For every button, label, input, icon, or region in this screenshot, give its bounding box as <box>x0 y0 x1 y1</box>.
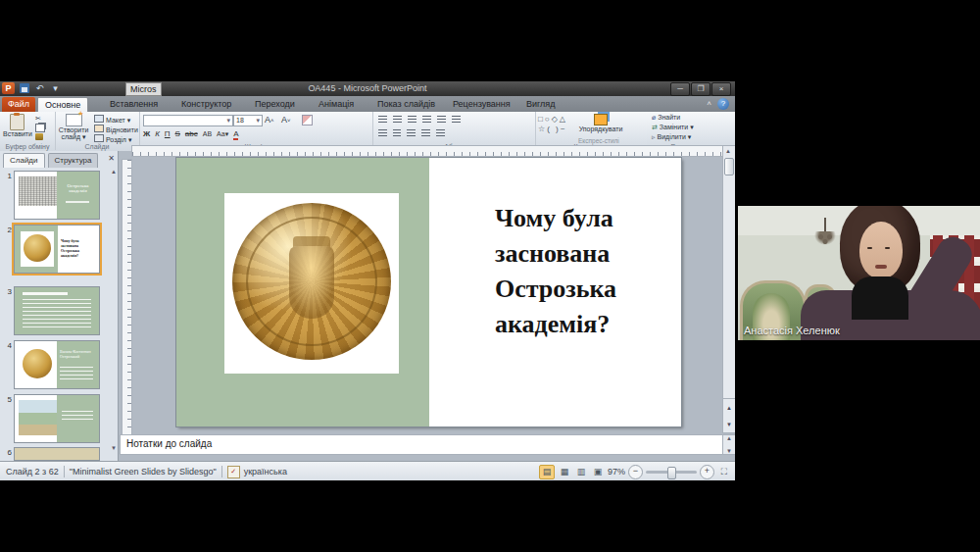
align-right-icon[interactable] <box>407 129 416 137</box>
language-indicator[interactable]: українська <box>244 467 287 477</box>
tab-design[interactable]: Конструктор <box>174 97 238 112</box>
text-direction-icon[interactable] <box>452 116 461 124</box>
char-spacing-button[interactable]: АВ <box>203 130 212 137</box>
tab-animations[interactable]: Анімація <box>312 97 361 112</box>
slide-canvas[interactable]: Чому була заснована Острозька академія? <box>176 158 681 427</box>
zoom-slider-thumb[interactable] <box>667 467 676 479</box>
new-slide-button[interactable]: Створити слайд ▾ <box>57 114 90 141</box>
tab-insert[interactable]: Вставлення <box>103 97 165 112</box>
shapes-gallery-row1[interactable]: □○◇△ <box>538 115 567 124</box>
help-icon[interactable]: ? <box>717 98 729 110</box>
indent-decrease-icon[interactable] <box>408 116 416 124</box>
vertical-scrollbar[interactable]: ▲ <box>722 145 735 433</box>
tab-file[interactable]: Файл <box>2 97 35 112</box>
layout-button[interactable]: Макет ▾ <box>94 115 130 125</box>
slide-title-text[interactable]: Чому була заснована Острозька академія? <box>495 201 671 342</box>
slide-thumbnail-1[interactable]: 1 Острозька академія <box>2 171 100 220</box>
clear-format-button[interactable] <box>302 115 313 126</box>
italic-button[interactable]: К <box>155 129 160 138</box>
replace-button[interactable]: ⇄ Замінити ▾ <box>652 124 694 131</box>
slide-thumbnail-3[interactable]: 3 <box>2 286 100 335</box>
notes-scrollbar[interactable]: ▲ ▼ <box>722 434 735 455</box>
group-label: Буфер обміну <box>0 143 55 150</box>
title-line: Острозька <box>495 272 671 307</box>
panel-scroll-down-icon[interactable]: ▼ <box>111 445 117 451</box>
minimize-button[interactable]: ─ <box>670 82 690 96</box>
columns-icon[interactable] <box>436 129 445 137</box>
paste-label: Вставити <box>3 130 32 137</box>
shrink-font-button[interactable]: A˅ <box>281 115 291 125</box>
select-button[interactable]: ▹ Виділити ▾ <box>652 133 691 141</box>
tab-view[interactable]: Вигляд <box>519 97 563 112</box>
theme-name[interactable]: "Minimalist Green Slides by Slidesgo" <box>70 467 217 477</box>
slide-thumbnail-6[interactable]: 6 <box>2 447 100 461</box>
font-name-combo[interactable]: ▾ <box>143 115 233 126</box>
grow-font-button[interactable]: A˄ <box>265 115 274 125</box>
format-painter-button[interactable] <box>35 133 43 141</box>
align-left-icon[interactable] <box>378 129 387 137</box>
underline-button[interactable]: П <box>165 129 171 138</box>
slide-thumbnail-2-selected[interactable]: 2 Чому була заснована Острозька академія… <box>2 225 100 274</box>
powerpoint-window: P ↶ ▾ Micros ОА445 - Microsoft PowerPoin… <box>0 81 735 480</box>
slide-image-frame <box>224 193 399 374</box>
zoom-out-button[interactable]: − <box>628 465 643 479</box>
bold-button[interactable]: Ж <box>143 129 150 138</box>
previous-slide-button[interactable]: ▲ <box>726 405 732 411</box>
slideshow-button[interactable]: ▣ <box>591 466 605 478</box>
paste-button[interactable]: Вставити <box>3 114 32 137</box>
abc-strike-button[interactable]: abc <box>185 129 198 138</box>
collapse-ribbon-icon[interactable]: ˄ <box>707 99 711 108</box>
slides-panel: Слайди Структура ✕ 1 Острозька академія <box>0 151 119 461</box>
spellcheck-icon[interactable]: ✓ <box>227 466 240 478</box>
panel-scroll-up-icon[interactable]: ▲ <box>111 169 117 175</box>
webcam-video[interactable]: Анастасія Хеленюк <box>738 206 980 340</box>
shapes-gallery-row2[interactable]: ☆( )~ <box>538 125 566 133</box>
tab-transitions[interactable]: Переходи <box>248 97 302 112</box>
reset-button[interactable]: Відновити <box>94 125 138 133</box>
strikethrough-button[interactable]: S <box>175 129 180 138</box>
tab-slideshow[interactable]: Показ слайдів <box>370 97 442 112</box>
numbering-icon[interactable] <box>393 116 402 124</box>
slide-counter: Слайд 2 з 62 <box>0 467 59 477</box>
cut-button[interactable]: ✂ <box>35 115 41 123</box>
notes-pane[interactable]: Нотатки до слайда <box>120 434 729 455</box>
zoom-level: 97% <box>608 467 625 477</box>
justify-icon[interactable] <box>421 129 430 137</box>
vertical-ruler <box>122 159 132 441</box>
fit-to-window-button[interactable]: ⛶ <box>717 466 731 478</box>
scroll-up-icon[interactable]: ▲ <box>726 435 732 441</box>
panel-tab-slides[interactable]: Слайди <box>3 153 45 168</box>
title-line: Чому була <box>495 201 671 236</box>
font-size-combo[interactable]: 18▾ <box>233 115 263 126</box>
scroll-down-icon[interactable]: ▼ <box>726 448 732 454</box>
section-icon <box>94 134 104 142</box>
indent-increase-icon[interactable] <box>422 116 431 124</box>
reading-view-button[interactable]: ▥ <box>574 466 588 478</box>
zoom-slider[interactable] <box>646 471 697 474</box>
panel-close-icon[interactable]: ✕ <box>108 154 115 163</box>
change-case-button[interactable]: Аа▾ <box>217 130 228 138</box>
next-slide-button[interactable]: ▼ <box>726 422 732 427</box>
scroll-up-icon[interactable]: ▲ <box>723 146 733 156</box>
close-button[interactable]: × <box>711 82 731 96</box>
normal-view-button[interactable]: ▤ <box>539 465 555 479</box>
arrange-button[interactable]: Упорядкувати <box>578 114 623 132</box>
zoom-in-button[interactable]: + <box>700 465 714 479</box>
find-button[interactable]: ⌀ Знайти <box>652 114 680 122</box>
bullets-icon[interactable] <box>378 116 387 124</box>
slide-sorter-button[interactable]: ▦ <box>558 466 571 478</box>
copy-button[interactable] <box>35 124 45 133</box>
line-spacing-icon[interactable] <box>437 116 446 124</box>
align-center-icon[interactable] <box>393 129 401 137</box>
title-line: академія? <box>495 307 671 342</box>
font-color-button[interactable]: А <box>233 129 238 140</box>
slide-thumbnail-5[interactable]: 5 <box>2 394 100 443</box>
scrollbar-thumb[interactable] <box>724 158 734 176</box>
replace-icon: ⇄ <box>652 124 660 130</box>
restore-button[interactable]: ❐ <box>691 82 710 96</box>
tab-review[interactable]: Рецензування <box>446 97 517 112</box>
bookshelf-lower <box>930 322 980 340</box>
slide-thumbnail-4[interactable]: 4 Василь-Костянтин Острозький <box>2 340 100 389</box>
panel-tab-outline[interactable]: Структура <box>48 153 99 168</box>
slide-number: 5 <box>2 394 12 443</box>
